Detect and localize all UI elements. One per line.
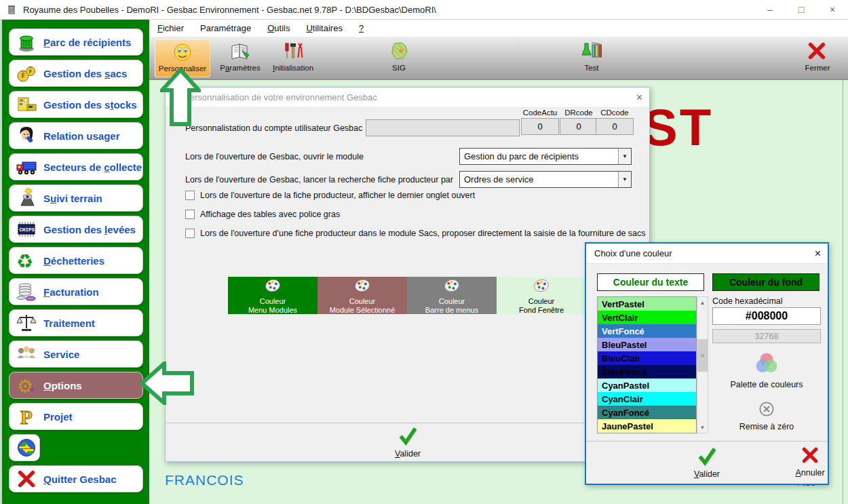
color-list-item-vertfoncé[interactable]: VertFoncé [598, 324, 696, 338]
color-button-module-selectionne[interactable]: CouleurModule Sélectionné [317, 277, 407, 314]
sidebar-item-gestion-des-levees[interactable]: CHIPSGestion des levées [9, 216, 143, 243]
sidebar-item-label: Gestion des stocks [43, 99, 137, 111]
color-list-item-cyanpastel[interactable]: CyanPastel [598, 379, 696, 392]
color-list-item-bleufoncé[interactable]: BleuFoncé [598, 365, 696, 379]
open-module-select[interactable]: Gestion du parc de récipients ▼ [459, 148, 632, 165]
checkbox[interactable] [185, 229, 195, 238]
svg-text:F: F [29, 69, 33, 75]
reset-button[interactable]: Remise à zéro [712, 400, 821, 431]
code-field-drcode: DRcode0 [560, 109, 598, 135]
gear-icon: ⚙ [15, 374, 38, 397]
checkbox-row-2[interactable]: Affichage des tables avec police gras [185, 210, 340, 219]
toolbar-button-personnaliser[interactable]: Personnaliser [155, 39, 210, 77]
toolbar-button-label: Paramètres [220, 64, 260, 72]
code-field-value[interactable]: 0 [596, 118, 634, 135]
sidebar-item-gestion-des-sacs[interactable]: FFGestion des sacs [9, 60, 143, 87]
color-button-barre-de-menus[interactable]: CouleurBarre de menus [407, 277, 497, 314]
color-list-item-vertclair[interactable]: VertClair [598, 311, 696, 324]
test-tubes-icon [581, 41, 602, 62]
sidebar-item-quitter-gesbac[interactable]: Quitter Gesbac [9, 465, 143, 492]
account-label: Personnalistation du compte utilisateur … [185, 123, 362, 133]
color-cancel-button[interactable]: Annuler [791, 446, 829, 478]
checkbox[interactable] [185, 191, 195, 200]
close-button[interactable]: × [817, 0, 848, 19]
sidebar-item-secteurs-de-collecte[interactable]: Secteurs de collecte [9, 153, 143, 180]
button-bar-separator [166, 423, 649, 423]
color-list-scrollbar[interactable]: ▲ ≡ ▼ [697, 296, 708, 433]
sidebar-item-relation-usager[interactable]: Relation usager [9, 122, 143, 149]
personalisation-dialog-close-icon[interactable]: × [636, 88, 642, 107]
account-input[interactable] [366, 119, 520, 136]
check-icon [398, 425, 418, 448]
svg-text:P: P [20, 406, 33, 427]
toolbar-button-initialisation[interactable]: Initialisation [266, 39, 320, 76]
code-field-value[interactable]: 0 [521, 118, 559, 135]
background-color-button[interactable]: Couleur du fond [712, 273, 820, 291]
sidebar: Parc de récipientsFFGestion des sacsGest… [0, 19, 149, 504]
sidebar-item-label: Gestion des sacs [43, 68, 127, 79]
color-list-item-bleupastel[interactable]: BleuPastel [598, 338, 696, 351]
hex-code-label: Code hexadécimal [712, 296, 783, 306]
toolbar-button-fermer[interactable]: Fermer [790, 39, 845, 76]
search-by-label: Lors de l'ouverture de Gesbac, lancer la… [185, 175, 453, 185]
color-button-menu-modules[interactable]: CouleurMenu Modules [228, 277, 317, 314]
color-button-fond-fenetre[interactable]: CouleurFond Fenêtre [497, 277, 586, 314]
color-button-line2: Barre de menus [425, 306, 478, 315]
red-x-icon [801, 446, 820, 467]
color-list-item-cyanfoncé[interactable]: CyanFoncé [598, 406, 696, 419]
sidebar-item-suivi-terrain[interactable]: Suivi terrain [9, 185, 143, 212]
menu-item-fichier[interactable]: Fichier [157, 23, 184, 33]
sidebar-item-gestion-des-stocks[interactable]: Gestion des stocks [9, 91, 143, 118]
checkbox-row-3[interactable]: Lors de l'ouverture d'une fiche producte… [185, 229, 646, 238]
chip-icon: CHIPS [15, 218, 38, 241]
palette-icon [264, 277, 282, 297]
checkbox-row-1[interactable]: Lors de l'ouverture de la fiche producte… [185, 191, 475, 200]
sidebar-item-globe[interactable] [9, 434, 40, 461]
sidebar-item-options[interactable]: ⚙Options [9, 372, 143, 399]
menu-item-utilitaires[interactable]: Utilitaires [306, 23, 342, 33]
color-validate-button[interactable]: Valider [687, 446, 727, 479]
minimize-button[interactable]: – [754, 0, 786, 19]
color-list-item-cyanclair[interactable]: CyanClair [598, 392, 696, 406]
color-list-item-jaunepastel[interactable]: JaunePastel [598, 419, 696, 433]
code-field-label: CDcode [596, 109, 634, 117]
sidebar-item-service[interactable]: Service [9, 341, 143, 368]
scrollbar-thumb[interactable]: ≡ [697, 339, 708, 372]
color-palette-button[interactable]: Palette de couleurs [712, 351, 821, 389]
sidebar-item-label: Quitter Gesbac [43, 473, 117, 485]
color-list-item-vertpastel[interactable]: VertPastel [598, 297, 696, 311]
menu-item-aide[interactable]: ? [359, 23, 364, 33]
sidebar-item-dechetteries[interactable]: ♻Déchetteries [9, 247, 143, 274]
search-by-select[interactable]: Ordres de service ▼ [459, 171, 632, 188]
toolbar-button-parametres[interactable]: Paramètres [213, 39, 267, 76]
hex-code-field[interactable]: #008000 [712, 307, 821, 325]
validate-button[interactable]: Valider [387, 425, 428, 459]
checkbox[interactable] [185, 210, 195, 219]
code-field-label: CodeActu [521, 109, 559, 117]
toolbar-button-sig[interactable]: SIG [372, 39, 426, 76]
code-field-label: DRcode [560, 109, 598, 117]
sidebar-item-projet[interactable]: PProjet [9, 403, 143, 430]
toolbar-button-test[interactable]: Test [564, 39, 619, 76]
recycle-icon: ♻ [15, 249, 38, 272]
scroll-up-icon[interactable]: ▲ [697, 297, 708, 308]
scroll-down-icon[interactable]: ▼ [697, 422, 708, 433]
menu-item-parametrage[interactable]: Paramétrage [200, 23, 251, 33]
sidebar-item-label: Traitement [43, 317, 95, 329]
sidebar-item-label: Déchetteries [43, 255, 104, 267]
code-field-value[interactable]: 0 [560, 118, 598, 135]
sidebar-item-facturation[interactable]: Facturation [9, 278, 143, 305]
color-list-item-bleuclair[interactable]: BleuClair [598, 351, 696, 365]
color-chooser-close-icon[interactable]: × [815, 244, 821, 263]
chevron-down-icon[interactable]: ▼ [618, 172, 631, 187]
toolbar-button-label: Test [584, 64, 598, 72]
field-worker-icon [15, 187, 38, 210]
sidebar-item-parc-de-recipients[interactable]: Parc de récipients [9, 28, 143, 56]
text-color-button[interactable]: Couleur du texte [597, 273, 704, 291]
menu-item-outils[interactable]: Outils [267, 23, 290, 33]
sidebar-item-traitement[interactable]: Traitement [9, 309, 143, 336]
chevron-down-icon[interactable]: ▼ [618, 149, 631, 164]
maximize-button[interactable]: □ [786, 0, 817, 19]
color-button-line1: Couleur [260, 297, 286, 306]
window-title: Royaume des Poubelles - DemoRI - Gesbac … [23, 5, 436, 15]
